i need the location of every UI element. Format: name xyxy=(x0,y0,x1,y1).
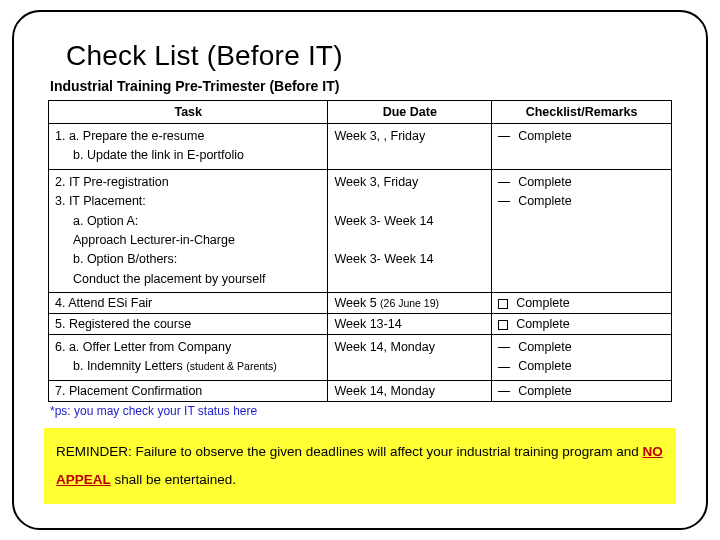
slide-frame: Check List (Before IT) Industrial Traini… xyxy=(12,10,708,530)
task-text: 3. IT Placement: xyxy=(55,194,146,208)
blank-line-icon xyxy=(498,136,510,137)
table-header-row: Task Due Date Checklist/Remarks xyxy=(49,101,672,124)
task-text: 6. a. Offer Letter from Company xyxy=(55,340,231,354)
table-row: 2. IT Pre-registration 3. IT Placement: … xyxy=(49,169,672,292)
remark-text: Complete xyxy=(518,175,572,189)
task-text: b. Option B/others: xyxy=(55,250,321,269)
table-row: 4. Attend ESi Fair Week 5 (26 June 19) C… xyxy=(49,293,672,314)
col-remark: Checklist/Remarks xyxy=(492,101,672,124)
reminder-banner: REMINDER: Failure to observe the given d… xyxy=(44,428,676,505)
due-text: Week 5 xyxy=(334,296,380,310)
task-note: (student & Parents) xyxy=(186,360,276,372)
col-due: Due Date xyxy=(328,101,492,124)
checkbox-icon xyxy=(498,299,508,309)
remark-text: Complete xyxy=(518,194,572,208)
due-text: Week 3- Week 14 xyxy=(334,252,433,266)
task-text: 1. a. Prepare the e-resume xyxy=(55,129,204,143)
blank-line-icon xyxy=(498,367,510,368)
table-row: 1. a. Prepare the e-resume b. Update the… xyxy=(49,124,672,170)
remark-text: Complete xyxy=(516,296,570,310)
remark-text: Complete xyxy=(518,129,572,143)
remark-cell: Complete xyxy=(492,380,672,401)
reminder-text: REMINDER: Failure to observe the given d… xyxy=(56,444,643,459)
table-row: 7. Placement Confirmation Week 14, Monda… xyxy=(49,380,672,401)
task-text: a. Option A: xyxy=(55,212,321,231)
checkbox-icon xyxy=(498,320,508,330)
due-text: Week 3, Friday xyxy=(334,175,418,189)
task-cell: 5. Registered the course xyxy=(49,314,328,335)
remark-text: Complete xyxy=(518,340,572,354)
section-subtitle: Industrial Training Pre-Trimester (Befor… xyxy=(50,78,678,94)
task-text: Conduct the placement by yourself xyxy=(55,270,321,289)
due-cell: Week 3, Friday Week 3- Week 14 Week 3- W… xyxy=(328,169,492,292)
due-cell: Week 3, , Friday xyxy=(328,124,492,170)
remark-cell: Complete Complete xyxy=(492,335,672,381)
due-cell: Week 14, Monday xyxy=(328,335,492,381)
remark-text: Complete xyxy=(518,384,572,398)
due-text: Week 3- Week 14 xyxy=(334,214,433,228)
footnote-link[interactable]: *ps: you may check your IT status here xyxy=(50,404,678,418)
task-cell: 1. a. Prepare the e-resume b. Update the… xyxy=(49,124,328,170)
task-cell: 4. Attend ESi Fair xyxy=(49,293,328,314)
task-text: 2. IT Pre-registration xyxy=(55,175,169,189)
task-text: b. Indemnity Letters (student & Parents) xyxy=(55,357,321,376)
remark-cell: Complete Complete xyxy=(492,169,672,292)
blank-line-icon xyxy=(498,347,510,348)
remark-text: Complete xyxy=(518,359,572,373)
task-cell: 6. a. Offer Letter from Company b. Indem… xyxy=(49,335,328,381)
due-note: (26 June 19) xyxy=(380,297,439,309)
page-title: Check List (Before IT) xyxy=(66,40,678,72)
task-text: Approach Lecturer-in-Charge xyxy=(55,231,321,250)
blank-line-icon xyxy=(498,391,510,392)
due-cell: Week 13-14 xyxy=(328,314,492,335)
blank-line-icon xyxy=(498,201,510,202)
table-row: 6. a. Offer Letter from Company b. Indem… xyxy=(49,335,672,381)
task-cell: 7. Placement Confirmation xyxy=(49,380,328,401)
remark-cell: Complete xyxy=(492,124,672,170)
blank-line-icon xyxy=(498,182,510,183)
due-cell: Week 5 (26 June 19) xyxy=(328,293,492,314)
task-text: b. Update the link in E-portfolio xyxy=(55,146,321,165)
task-cell: 2. IT Pre-registration 3. IT Placement: … xyxy=(49,169,328,292)
reminder-text-post: shall be entertained. xyxy=(111,472,236,487)
due-cell: Week 14, Monday xyxy=(328,380,492,401)
remark-cell: Complete xyxy=(492,314,672,335)
table-row: 5. Registered the course Week 13-14 Comp… xyxy=(49,314,672,335)
task-text-part: b. Indemnity Letters xyxy=(73,359,186,373)
checklist-table: Task Due Date Checklist/Remarks 1. a. Pr… xyxy=(48,100,672,402)
col-task: Task xyxy=(49,101,328,124)
remark-text: Complete xyxy=(516,317,570,331)
remark-cell: Complete xyxy=(492,293,672,314)
